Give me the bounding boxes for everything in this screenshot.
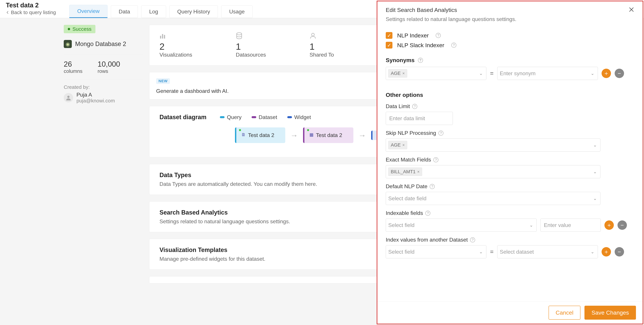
- datasources-count: 1: [236, 41, 266, 52]
- diagram-title: Dataset diagram: [160, 114, 206, 121]
- tab-log[interactable]: Log: [141, 5, 166, 18]
- svg-point-5: [312, 33, 314, 36]
- diagram-node-query[interactable]: 🗎 Test data 2: [235, 127, 285, 143]
- svg-rect-2: [162, 34, 163, 39]
- rows-count: 10,000: [98, 60, 120, 68]
- query-icon: 🗎: [241, 132, 246, 137]
- help-icon[interactable]: ?: [470, 237, 475, 242]
- equals-label: =: [490, 248, 494, 255]
- placeholder: Select date field: [388, 195, 426, 202]
- placeholder: Select field: [388, 249, 414, 255]
- visualizations-count: 2: [160, 41, 192, 52]
- back-to-listing[interactable]: Back to query listing: [6, 10, 56, 15]
- placeholder: Enter synonym: [500, 70, 536, 77]
- shared-to-count: 1: [310, 41, 334, 52]
- help-icon[interactable]: ?: [412, 104, 417, 109]
- edit-search-analytics-panel: Edit Search Based Analytics Settings rel…: [377, 1, 643, 324]
- pill-age: AGE×: [388, 141, 407, 149]
- grid-icon: ▦: [310, 132, 314, 137]
- default-nlp-date-select[interactable]: Select date field ⌄: [386, 192, 600, 205]
- add-indexable-button[interactable]: ＋: [604, 220, 614, 230]
- tab-overview[interactable]: Overview: [69, 5, 107, 18]
- svg-rect-3: [164, 35, 165, 39]
- remove-index-values-button[interactable]: −: [615, 247, 624, 256]
- skip-nlp-select[interactable]: AGE× ⌄: [386, 139, 600, 152]
- save-changes-button[interactable]: Save Changes: [584, 306, 636, 320]
- pill-bill-amt1: BILL_AMT1×: [388, 168, 422, 176]
- chart-icon: [160, 32, 192, 41]
- visualizations-label: Visualizations: [160, 52, 192, 58]
- add-synonym-button[interactable]: ＋: [602, 69, 611, 78]
- help-icon[interactable]: ?: [418, 58, 423, 63]
- synonyms-header: Synonyms: [386, 57, 414, 64]
- chevron-down-icon: ⌄: [479, 249, 483, 254]
- database-icon: [236, 32, 266, 41]
- arrow-icon: →: [290, 131, 298, 140]
- data-limit-input[interactable]: [386, 112, 453, 125]
- status-dot-icon: [239, 129, 241, 131]
- diagram-node-dataset[interactable]: ▦ Test data 2: [303, 127, 353, 143]
- chevron-down-icon: ⌄: [593, 169, 597, 174]
- help-icon[interactable]: ?: [451, 43, 456, 48]
- remove-pill-icon[interactable]: ×: [402, 71, 405, 76]
- shared-to-label: Shared To: [310, 52, 334, 58]
- data-limit-label: Data Limit: [386, 103, 410, 109]
- index-values-label: Index values from another Dataset: [386, 237, 468, 243]
- legend-dataset: Dataset: [252, 114, 277, 120]
- synonym-field-select[interactable]: AGE× ⌄: [386, 67, 486, 80]
- tab-query-history[interactable]: Query History: [170, 5, 218, 18]
- nlp-indexer-label: NLP Indexer: [397, 32, 429, 39]
- chevron-down-icon: ⌄: [593, 143, 597, 148]
- author-name: Puja A: [76, 92, 115, 98]
- help-icon[interactable]: ?: [438, 131, 444, 136]
- indexable-fields-label: Indexable fields: [386, 210, 423, 216]
- nlp-slack-indexer-checkbox[interactable]: ✓: [386, 42, 392, 49]
- indexable-value-input[interactable]: [540, 219, 601, 232]
- datasources-label: Datasources: [236, 52, 266, 58]
- add-index-values-button[interactable]: ＋: [602, 247, 611, 256]
- nlp-indexer-checkbox[interactable]: ✓: [386, 32, 392, 39]
- chevron-down-icon: ⌄: [530, 223, 533, 228]
- remove-indexable-button[interactable]: −: [618, 220, 627, 230]
- help-icon[interactable]: ?: [436, 33, 441, 38]
- index-values-dataset-select[interactable]: Select dataset ⌄: [497, 245, 598, 258]
- chevron-left-icon: [6, 10, 9, 15]
- tabs: Overview Data Log Query History Usage: [69, 0, 252, 18]
- node-label: Test data 2: [316, 132, 342, 138]
- chevron-down-icon: ⌄: [479, 71, 483, 76]
- arrow-icon: →: [358, 131, 366, 140]
- synonym-value-select[interactable]: Enter synonym ⌄: [497, 67, 598, 80]
- node-label: Test data 2: [248, 132, 274, 138]
- author-email: puja@knowi.com: [76, 98, 115, 104]
- cancel-button[interactable]: Cancel: [548, 306, 580, 320]
- back-label: Back to query listing: [11, 10, 56, 15]
- help-icon[interactable]: ?: [430, 184, 435, 189]
- close-button[interactable]: [628, 7, 634, 14]
- remove-pill-icon[interactable]: ×: [417, 169, 420, 174]
- exact-match-select[interactable]: BILL_AMT1× ⌄: [386, 165, 600, 178]
- exact-match-label: Exact Match Fields: [386, 157, 431, 163]
- remove-synonym-button[interactable]: −: [615, 69, 624, 78]
- remove-pill-icon[interactable]: ×: [402, 143, 405, 147]
- pill-age: AGE×: [388, 69, 407, 78]
- status-badge: Success: [64, 25, 96, 33]
- tab-data[interactable]: Data: [111, 5, 138, 18]
- help-icon[interactable]: ?: [433, 157, 438, 162]
- author-avatar-icon: [64, 93, 73, 102]
- index-values-field-select[interactable]: Select field ⌄: [386, 245, 486, 258]
- help-icon[interactable]: ?: [425, 211, 430, 216]
- skip-nlp-label: Skip NLP Processing: [386, 130, 436, 136]
- chevron-down-icon: ⌄: [591, 249, 594, 254]
- user-icon: [310, 32, 334, 41]
- tab-usage[interactable]: Usage: [221, 5, 252, 18]
- status-dot-icon: [68, 28, 70, 30]
- chevron-down-icon: ⌄: [593, 196, 597, 201]
- default-nlp-date-label: Default NLP Date: [386, 183, 427, 190]
- rows-label: rows: [98, 68, 120, 74]
- created-by-label: Created by:: [64, 84, 142, 90]
- svg-point-4: [237, 33, 242, 35]
- legend-query: Query: [220, 114, 242, 120]
- columns-count: 26: [64, 60, 82, 68]
- indexable-field-select[interactable]: Select field ⌄: [386, 219, 537, 232]
- status-dot-icon: [307, 129, 309, 131]
